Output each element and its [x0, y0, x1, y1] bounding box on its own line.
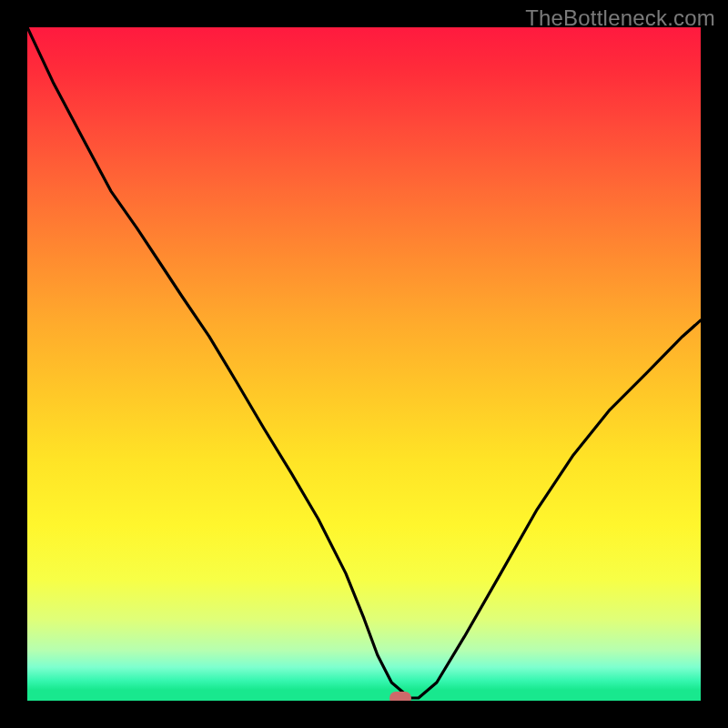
optimum-marker	[389, 692, 411, 701]
watermark-text: TheBottleneck.com	[525, 5, 715, 31]
plot-area	[27, 27, 701, 701]
curve-path	[27, 27, 701, 698]
chart-frame: TheBottleneck.com	[0, 0, 728, 728]
bottleneck-curve	[27, 27, 701, 701]
